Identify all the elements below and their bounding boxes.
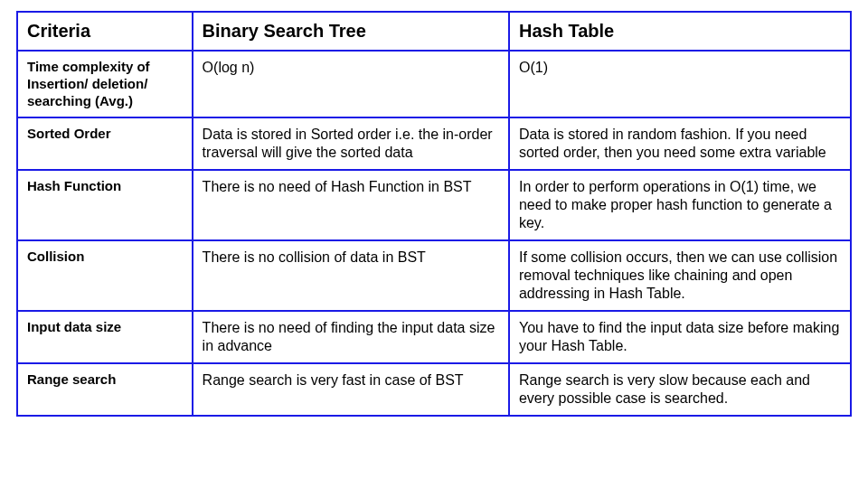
row-label: Range search [17,363,193,416]
table-row: Range search Range search is very fast i… [17,363,851,416]
table-header-row: Criteria Binary Search Tree Hash Table [17,12,851,51]
cell-hash: If some collision occurs, then we can us… [509,240,851,311]
table-row: Time complexity of Insertion/ deletion/ … [17,51,851,117]
cell-bst: Data is stored in Sorted order i.e. the … [193,117,509,170]
cell-bst: There is no need of finding the input da… [193,311,509,363]
cell-hash: In order to perform operations in O(1) t… [509,170,851,240]
row-label: Time complexity of Insertion/ deletion/ … [17,51,193,117]
cell-bst: Range search is very fast in case of BST [193,363,509,416]
row-label: Sorted Order [17,117,193,170]
table-row: Hash Function There is no need of Hash F… [17,170,851,240]
cell-hash: O(1) [509,51,851,117]
cell-hash: Range search is very slow because each a… [509,363,851,416]
cell-bst: O(log n) [193,51,509,117]
cell-bst: There is no need of Hash Function in BST [193,170,509,240]
cell-bst: There is no collision of data in BST [193,240,509,311]
table-row: Sorted Order Data is stored in Sorted or… [17,117,851,170]
comparison-table: Criteria Binary Search Tree Hash Table T… [16,11,852,417]
table-row: Collision There is no collision of data … [17,240,851,311]
header-bst: Binary Search Tree [193,12,509,51]
header-criteria: Criteria [17,12,193,51]
row-label: Hash Function [17,170,193,240]
cell-hash: You have to find the input data size bef… [509,311,851,363]
row-label: Collision [17,240,193,311]
header-hash-table: Hash Table [509,12,851,51]
cell-hash: Data is stored in random fashion. If you… [509,117,851,170]
page-content: Criteria Binary Search Tree Hash Table T… [0,0,868,427]
table-row: Input data size There is no need of find… [17,311,851,363]
row-label: Input data size [17,311,193,363]
